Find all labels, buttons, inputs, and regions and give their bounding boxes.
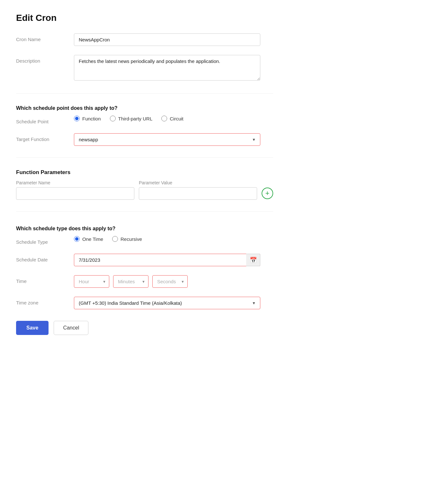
cron-name-input[interactable] [74,33,260,46]
description-control: Fetches the latest news periodically and… [74,55,260,82]
plus-icon: + [265,190,270,197]
schedule-point-section: Which schedule point does this apply to?… [16,105,273,146]
target-function-control: newsapp getLatestNews populateApp [74,133,260,146]
parameter-row: Parameter Name Parameter Value + [16,180,273,200]
cron-name-field-row: Cron Name [16,33,273,46]
date-wrapper: 📅 [74,254,260,266]
parameter-value-input[interactable] [139,187,257,200]
radio-recursive-label: Recursive [121,236,142,242]
schedule-type-label: Schedule Type [16,236,74,245]
schedule-type-control: One Time Recursive [74,236,260,242]
radio-function[interactable] [74,116,80,121]
timezone-select[interactable]: (GMT +5:30) India Standard Time (Asia/Ko… [74,297,260,309]
cron-name-control [74,33,260,46]
radio-third-party-label: Third-party URL [118,116,153,121]
function-parameters-section: Function Parameters Parameter Name Param… [16,169,273,200]
time-control: Hour 00 01 02 03 04 05 06 07 08 09 10 11… [74,275,260,288]
radio-one-time-label: One Time [82,236,103,242]
description-input[interactable]: Fetches the latest news periodically and… [74,55,260,81]
timezone-field-row: Time zone (GMT +5:30) India Standard Tim… [16,297,273,309]
radio-third-party[interactable] [110,116,116,121]
schedule-type-radio-group: One Time Recursive [74,236,260,242]
radio-option-function[interactable]: Function [74,116,101,121]
section-divider-3 [16,211,273,212]
target-function-select-wrapper: newsapp getLatestNews populateApp [74,133,260,146]
minutes-select[interactable]: Minutes 00 15 30 45 [113,275,148,288]
schedule-type-field-row: Schedule Type One Time Recursive [16,236,273,245]
schedule-date-input[interactable] [74,254,260,266]
parameter-value-label: Parameter Value [139,180,257,185]
parameter-name-label: Parameter Name [16,180,134,185]
cancel-button[interactable]: Cancel [54,321,88,335]
schedule-point-question: Which schedule point does this apply to? [16,105,273,111]
description-field-row: Description Fetches the latest news peri… [16,55,273,82]
schedule-date-field-row: Schedule Date 📅 [16,254,273,266]
seconds-select[interactable]: Seconds 00 30 [152,275,188,288]
description-label: Description [16,55,74,64]
radio-option-recursive[interactable]: Recursive [112,236,142,242]
timezone-label: Time zone [16,297,74,305]
section-divider-1 [16,93,273,94]
page-title: Edit Cron [16,13,273,23]
radio-circuit[interactable] [161,116,167,121]
schedule-type-section: Which schedule type does this apply to? … [16,223,273,309]
seconds-select-wrapper: Seconds 00 30 [152,275,188,288]
hour-select-wrapper: Hour 00 01 02 03 04 05 06 07 08 09 10 11… [74,275,109,288]
section-divider-2 [16,157,273,158]
schedule-point-field-row: Schedule Point Function Third-party URL … [16,116,273,124]
schedule-date-control: 📅 [74,254,260,266]
schedule-point-control: Function Third-party URL Circuit [74,116,260,121]
schedule-date-label: Schedule Date [16,254,74,262]
parameter-name-input[interactable] [16,187,134,200]
target-function-label: Target Function [16,133,74,142]
parameter-name-col: Parameter Name [16,180,134,200]
timezone-select-wrapper: (GMT +5:30) India Standard Time (Asia/Ko… [74,297,260,309]
actions-row: Save Cancel [16,321,273,335]
radio-option-one-time[interactable]: One Time [74,236,103,242]
calendar-button[interactable]: 📅 [246,254,260,266]
time-field-row: Time Hour 00 01 02 03 04 05 06 07 08 [16,275,273,288]
radio-circuit-label: Circuit [170,116,184,121]
calendar-icon: 📅 [250,257,257,264]
radio-function-label: Function [82,116,101,121]
add-parameter-button[interactable]: + [262,188,273,199]
radio-one-time[interactable] [74,236,80,242]
time-label: Time [16,275,74,284]
schedule-type-question: Which schedule type does this apply to? [16,226,273,232]
parameter-value-col: Parameter Value [139,180,257,200]
schedule-point-radio-group: Function Third-party URL Circuit [74,116,260,121]
radio-option-third-party[interactable]: Third-party URL [110,116,153,121]
target-function-select[interactable]: newsapp getLatestNews populateApp [74,133,260,146]
hour-select[interactable]: Hour 00 01 02 03 04 05 06 07 08 09 10 11… [74,275,109,288]
radio-option-circuit[interactable]: Circuit [161,116,184,121]
radio-recursive[interactable] [112,236,118,242]
timezone-control: (GMT +5:30) India Standard Time (Asia/Ko… [74,297,260,309]
function-parameters-title: Function Parameters [16,169,273,176]
cron-name-label: Cron Name [16,33,74,42]
save-button[interactable]: Save [16,321,49,335]
time-group: Hour 00 01 02 03 04 05 06 07 08 09 10 11… [74,275,260,288]
target-function-field-row: Target Function newsapp getLatestNews po… [16,133,273,146]
minutes-select-wrapper: Minutes 00 15 30 45 [113,275,148,288]
schedule-point-label: Schedule Point [16,116,74,124]
